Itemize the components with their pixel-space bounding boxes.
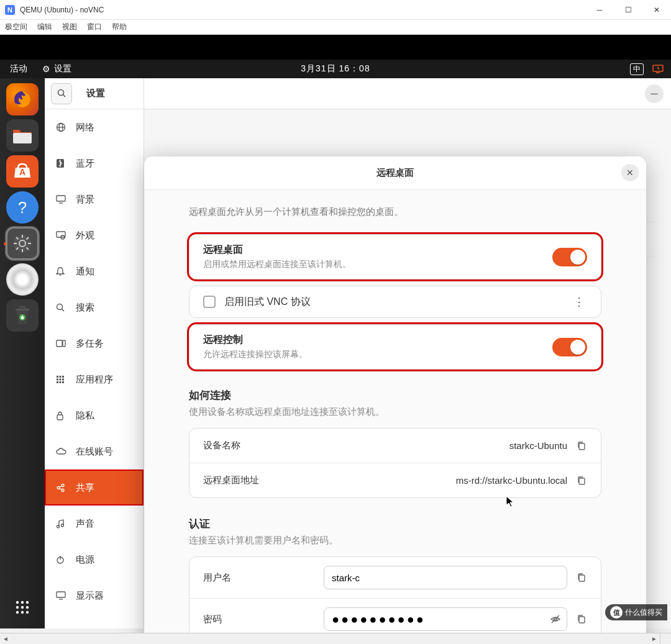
host-horizontal-scrollbar[interactable]: ◄ ►: [0, 633, 660, 644]
sidebar-item-search[interactable]: 搜索: [45, 289, 144, 325]
cloud-icon: [56, 448, 67, 455]
remote-control-toggle-card: 远程控制 允许远程连接操控该屏幕。: [189, 324, 601, 370]
menu-item[interactable]: 编辑: [37, 22, 52, 32]
remote-control-toggle[interactable]: [552, 338, 587, 356]
svg-rect-43: [57, 379, 58, 381]
clock[interactable]: 3月31日 16：08: [301, 63, 370, 75]
scroll-right-arrow-icon[interactable]: ►: [649, 635, 660, 642]
host-maximize-button[interactable]: ☐: [614, 0, 642, 20]
sidebar-item-cloud[interactable]: 在线账号: [45, 433, 144, 469]
dialog-close-button[interactable]: ✕: [621, 164, 639, 181]
copy-device-name-icon[interactable]: [576, 440, 587, 451]
dock-disc[interactable]: [6, 263, 39, 296]
svg-point-19: [16, 606, 19, 609]
connection-info-card: 设备名称 starkc-Ubuntu 远程桌面地址 ms-rd://starkc…: [189, 428, 601, 498]
menu-item[interactable]: 极空间: [5, 22, 27, 32]
remote-desktop-dialog: 远程桌面 ✕ 远程桌面允许从另一个计算机查看和操控您的桌面。 远程桌面 启用或禁…: [144, 156, 646, 644]
novnc-menu-bar: 极空间 编辑 视图 窗口 帮助: [0, 20, 671, 35]
watermark: 值 什么值得买: [605, 604, 667, 620]
sidebar-item-label: 声音: [76, 518, 94, 530]
dialog-title: 远程桌面: [377, 167, 414, 179]
copy-address-icon[interactable]: [576, 475, 587, 486]
sidebar-item-bell[interactable]: 通知: [45, 253, 144, 289]
dock-files[interactable]: [6, 119, 39, 152]
menu-item[interactable]: 视图: [62, 22, 77, 32]
sidebar-item-globe[interactable]: 网络: [45, 109, 144, 145]
password-input[interactable]: ●●●●●●●●●●: [324, 607, 567, 631]
sidebar-item-share[interactable]: 共享: [45, 469, 144, 506]
sidebar-item-label: 蓝牙: [76, 158, 94, 170]
sidebar-item-display[interactable]: 背景: [45, 181, 144, 217]
grid-icon: [56, 375, 67, 384]
remote-control-title: 远程控制: [203, 333, 552, 347]
menu-item[interactable]: 帮助: [112, 22, 127, 32]
device-name-label: 设备名称: [203, 440, 509, 451]
svg-point-17: [21, 601, 24, 604]
dock-show-apps[interactable]: [6, 591, 39, 624]
display-icon: [56, 195, 67, 204]
activities-button[interactable]: 活动: [0, 63, 37, 75]
svg-point-36: [57, 304, 63, 309]
novnc-app-icon: N: [5, 5, 15, 15]
svg-rect-59: [57, 592, 65, 597]
sidebar-item-label: 隐私: [76, 410, 94, 422]
device-name-value: starkc-Ubuntu: [509, 440, 567, 451]
sidebar-item-power[interactable]: 电源: [45, 542, 144, 578]
current-app-indicator[interactable]: ⚙ 设置: [37, 63, 76, 75]
sidebar-item-appearance[interactable]: 外观: [45, 217, 144, 253]
menu-item[interactable]: 窗口: [87, 22, 102, 32]
settings-minimize-button[interactable]: ─: [645, 84, 664, 103]
svg-rect-42: [62, 376, 64, 378]
svg-point-55: [57, 525, 60, 528]
sidebar-item-label: 共享: [76, 482, 94, 494]
sidebar-item-display2[interactable]: 显示器: [45, 578, 144, 614]
scroll-left-arrow-icon[interactable]: ◄: [0, 635, 11, 642]
sidebar-item-music[interactable]: 声音: [45, 506, 144, 542]
copy-password-icon[interactable]: [576, 614, 587, 625]
legacy-vnc-checkbox[interactable]: [203, 296, 216, 308]
auth-sub: 连接至该计算机需要用户名和密码。: [189, 535, 601, 546]
rd-address-value: ms-rd://starkc-Ubuntu.local: [456, 475, 567, 486]
share-icon: [56, 483, 67, 492]
gear-icon: ⚙: [42, 64, 50, 74]
sidebar-item-label: 显示器: [76, 590, 104, 602]
screen-share-icon[interactable]: [652, 65, 664, 73]
username-input[interactable]: [324, 566, 567, 589]
dock-settings[interactable]: [6, 227, 39, 260]
sidebar-search-button[interactable]: [51, 83, 72, 104]
sidebar-item-grid[interactable]: 应用程序: [45, 361, 144, 397]
power-icon: [56, 555, 67, 564]
sidebar-item-multitask[interactable]: 多任务: [45, 325, 144, 361]
svg-point-51: [62, 484, 64, 486]
svg-rect-44: [60, 379, 62, 381]
gnome-top-bar: 活动 ⚙ 设置 3月31日 16：08 中: [0, 60, 671, 78]
sidebar-title: 设置: [72, 88, 137, 99]
password-visibility-icon[interactable]: [550, 614, 561, 625]
svg-point-56: [62, 524, 64, 527]
dock-trash[interactable]: [6, 299, 39, 332]
svg-rect-41: [60, 376, 62, 378]
host-minimize-button[interactable]: ─: [585, 0, 614, 20]
input-method-indicator[interactable]: 中: [630, 63, 644, 75]
copy-username-icon[interactable]: [576, 572, 587, 583]
sidebar-item-lock[interactable]: 隐私: [45, 397, 144, 433]
how-connect-sub: 使用设备名称或远程桌面地址连接至该计算机。: [189, 406, 601, 418]
svg-point-25: [58, 90, 63, 96]
legacy-vnc-menu-icon[interactable]: ⋮: [571, 295, 587, 309]
password-label: 密码: [203, 614, 315, 625]
sidebar-item-label: 通知: [76, 266, 94, 278]
legacy-vnc-label: 启用旧式 VNC 协议: [224, 296, 571, 309]
remote-desktop-subtitle: 启用或禁用远程桌面连接至该计算机。: [203, 259, 552, 270]
svg-rect-48: [62, 381, 64, 383]
svg-rect-49: [57, 415, 63, 420]
dock-ubuntu-software[interactable]: A: [6, 155, 39, 188]
svg-rect-39: [63, 340, 65, 347]
sidebar-item-bluetooth[interactable]: 蓝牙: [45, 145, 144, 181]
dock-help[interactable]: ?: [6, 191, 39, 224]
dock-firefox[interactable]: [6, 83, 39, 116]
host-close-button[interactable]: ✕: [642, 0, 671, 20]
settings-sidebar: 设置 网络蓝牙背景外观通知搜索多任务应用程序隐私在线账号共享声音电源显示器: [45, 78, 144, 628]
remote-desktop-toggle[interactable]: [552, 248, 587, 266]
svg-rect-47: [60, 381, 62, 383]
svg-rect-61: [579, 443, 585, 450]
